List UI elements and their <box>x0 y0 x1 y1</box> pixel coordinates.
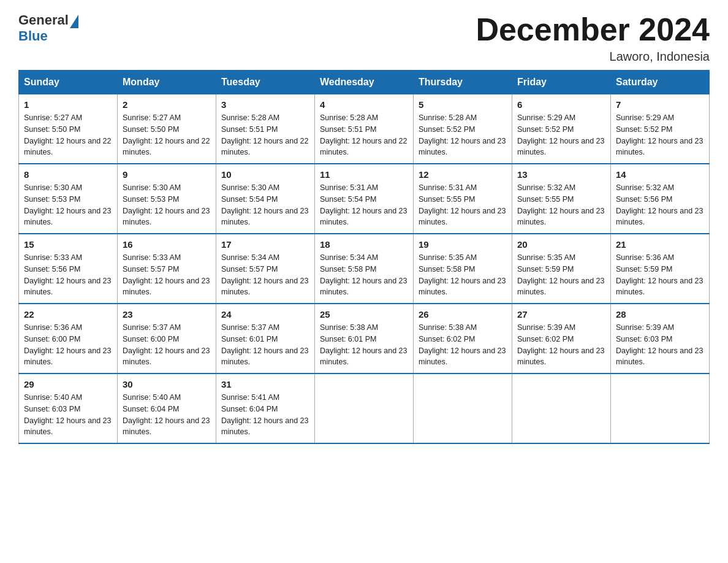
day-info: Sunrise: 5:40 AM Sunset: 6:03 PM Dayligh… <box>24 392 112 438</box>
day-number: 27 <box>517 309 605 320</box>
day-info: Sunrise: 5:30 AM Sunset: 5:53 PM Dayligh… <box>123 182 211 228</box>
header-friday: Friday <box>512 71 611 94</box>
page-header: General Blue December 2024 Laworo, Indon… <box>18 12 710 64</box>
calendar-cell: 11 Sunrise: 5:31 AM Sunset: 5:54 PM Dayl… <box>315 164 414 234</box>
day-number: 16 <box>123 239 211 250</box>
day-info: Sunrise: 5:39 AM Sunset: 6:02 PM Dayligh… <box>517 322 605 368</box>
day-info: Sunrise: 5:30 AM Sunset: 5:54 PM Dayligh… <box>221 182 309 228</box>
calendar-cell <box>611 373 710 443</box>
calendar-cell: 1 Sunrise: 5:27 AM Sunset: 5:50 PM Dayli… <box>19 94 118 164</box>
calendar-cell: 23 Sunrise: 5:37 AM Sunset: 6:00 PM Dayl… <box>118 304 216 373</box>
week-row-1: 1 Sunrise: 5:27 AM Sunset: 5:50 PM Dayli… <box>19 94 710 164</box>
day-number: 17 <box>221 239 309 250</box>
header-sunday: Sunday <box>19 71 118 94</box>
calendar-cell: 16 Sunrise: 5:33 AM Sunset: 5:57 PM Dayl… <box>118 234 216 304</box>
header-row: SundayMondayTuesdayWednesdayThursdayFrid… <box>19 71 710 94</box>
day-info: Sunrise: 5:41 AM Sunset: 6:04 PM Dayligh… <box>221 392 309 438</box>
header-saturday: Saturday <box>611 71 710 94</box>
day-info: Sunrise: 5:38 AM Sunset: 6:01 PM Dayligh… <box>320 322 408 368</box>
day-number: 8 <box>24 169 112 180</box>
header-tuesday: Tuesday <box>216 71 315 94</box>
day-number: 24 <box>221 309 309 320</box>
day-info: Sunrise: 5:30 AM Sunset: 5:53 PM Dayligh… <box>24 182 112 228</box>
day-info: Sunrise: 5:32 AM Sunset: 5:56 PM Dayligh… <box>616 182 704 228</box>
day-number: 19 <box>419 239 507 250</box>
calendar-cell: 31 Sunrise: 5:41 AM Sunset: 6:04 PM Dayl… <box>216 373 315 443</box>
calendar-cell: 9 Sunrise: 5:30 AM Sunset: 5:53 PM Dayli… <box>118 164 216 234</box>
day-number: 23 <box>123 309 211 320</box>
day-info: Sunrise: 5:33 AM Sunset: 5:56 PM Dayligh… <box>24 252 112 298</box>
day-info: Sunrise: 5:28 AM Sunset: 5:51 PM Dayligh… <box>221 112 309 158</box>
calendar-cell: 4 Sunrise: 5:28 AM Sunset: 5:51 PM Dayli… <box>315 94 414 164</box>
calendar-cell: 27 Sunrise: 5:39 AM Sunset: 6:02 PM Dayl… <box>512 304 611 373</box>
day-info: Sunrise: 5:31 AM Sunset: 5:54 PM Dayligh… <box>320 182 408 228</box>
calendar-table: SundayMondayTuesdayWednesdayThursdayFrid… <box>18 70 710 444</box>
header-monday: Monday <box>118 71 216 94</box>
day-info: Sunrise: 5:27 AM Sunset: 5:50 PM Dayligh… <box>24 112 112 158</box>
day-number: 1 <box>24 99 112 110</box>
calendar-cell: 13 Sunrise: 5:32 AM Sunset: 5:55 PM Dayl… <box>512 164 611 234</box>
day-info: Sunrise: 5:29 AM Sunset: 5:52 PM Dayligh… <box>517 112 605 158</box>
day-number: 13 <box>517 169 605 180</box>
day-number: 29 <box>24 379 112 389</box>
calendar-cell: 14 Sunrise: 5:32 AM Sunset: 5:56 PM Dayl… <box>611 164 710 234</box>
calendar-cell: 18 Sunrise: 5:34 AM Sunset: 5:58 PM Dayl… <box>315 234 414 304</box>
calendar-cell <box>512 373 611 443</box>
day-number: 14 <box>616 169 704 180</box>
day-number: 4 <box>320 99 408 110</box>
week-row-2: 8 Sunrise: 5:30 AM Sunset: 5:53 PM Dayli… <box>19 164 710 234</box>
day-info: Sunrise: 5:35 AM Sunset: 5:59 PM Dayligh… <box>517 252 605 298</box>
day-number: 6 <box>517 99 605 110</box>
day-info: Sunrise: 5:31 AM Sunset: 5:55 PM Dayligh… <box>419 182 507 228</box>
day-number: 11 <box>320 169 408 180</box>
logo-general-text: General <box>18 12 69 28</box>
day-number: 15 <box>24 239 112 250</box>
day-info: Sunrise: 5:35 AM Sunset: 5:58 PM Dayligh… <box>419 252 507 298</box>
calendar-cell: 7 Sunrise: 5:29 AM Sunset: 5:52 PM Dayli… <box>611 94 710 164</box>
calendar-cell: 24 Sunrise: 5:37 AM Sunset: 6:01 PM Dayl… <box>216 304 315 373</box>
day-info: Sunrise: 5:34 AM Sunset: 5:57 PM Dayligh… <box>221 252 309 298</box>
day-number: 2 <box>123 99 211 110</box>
logo: General Blue <box>18 12 78 44</box>
day-info: Sunrise: 5:38 AM Sunset: 6:02 PM Dayligh… <box>419 322 507 368</box>
day-number: 28 <box>616 309 704 320</box>
header-wednesday: Wednesday <box>315 71 414 94</box>
day-info: Sunrise: 5:29 AM Sunset: 5:52 PM Dayligh… <box>616 112 704 158</box>
day-number: 18 <box>320 239 408 250</box>
day-number: 7 <box>616 99 704 110</box>
calendar-cell: 19 Sunrise: 5:35 AM Sunset: 5:58 PM Dayl… <box>414 234 512 304</box>
day-number: 30 <box>123 379 211 389</box>
day-number: 5 <box>419 99 507 110</box>
calendar-cell: 26 Sunrise: 5:38 AM Sunset: 6:02 PM Dayl… <box>414 304 512 373</box>
calendar-cell: 12 Sunrise: 5:31 AM Sunset: 5:55 PM Dayl… <box>414 164 512 234</box>
day-info: Sunrise: 5:36 AM Sunset: 5:59 PM Dayligh… <box>616 252 704 298</box>
calendar-cell: 29 Sunrise: 5:40 AM Sunset: 6:03 PM Dayl… <box>19 373 118 443</box>
calendar-cell: 5 Sunrise: 5:28 AM Sunset: 5:52 PM Dayli… <box>414 94 512 164</box>
day-number: 31 <box>221 379 309 389</box>
day-number: 25 <box>320 309 408 320</box>
day-info: Sunrise: 5:40 AM Sunset: 6:04 PM Dayligh… <box>123 392 211 438</box>
logo-blue-text: Blue <box>18 28 48 44</box>
day-number: 21 <box>616 239 704 250</box>
day-number: 12 <box>419 169 507 180</box>
day-number: 9 <box>123 169 211 180</box>
day-number: 26 <box>419 309 507 320</box>
day-number: 20 <box>517 239 605 250</box>
day-info: Sunrise: 5:27 AM Sunset: 5:50 PM Dayligh… <box>123 112 211 158</box>
day-number: 22 <box>24 309 112 320</box>
day-number: 3 <box>221 99 309 110</box>
day-info: Sunrise: 5:37 AM Sunset: 6:00 PM Dayligh… <box>123 322 211 368</box>
location-label: Laworo, Indonesia <box>476 50 710 64</box>
day-info: Sunrise: 5:33 AM Sunset: 5:57 PM Dayligh… <box>123 252 211 298</box>
day-number: 10 <box>221 169 309 180</box>
day-info: Sunrise: 5:32 AM Sunset: 5:55 PM Dayligh… <box>517 182 605 228</box>
day-info: Sunrise: 5:36 AM Sunset: 6:00 PM Dayligh… <box>24 322 112 368</box>
day-info: Sunrise: 5:28 AM Sunset: 5:51 PM Dayligh… <box>320 112 408 158</box>
week-row-5: 29 Sunrise: 5:40 AM Sunset: 6:03 PM Dayl… <box>19 373 710 443</box>
month-title: December 2024 <box>476 12 710 47</box>
calendar-cell <box>414 373 512 443</box>
calendar-cell: 8 Sunrise: 5:30 AM Sunset: 5:53 PM Dayli… <box>19 164 118 234</box>
calendar-cell: 30 Sunrise: 5:40 AM Sunset: 6:04 PM Dayl… <box>118 373 216 443</box>
calendar-cell: 17 Sunrise: 5:34 AM Sunset: 5:57 PM Dayl… <box>216 234 315 304</box>
calendar-cell: 28 Sunrise: 5:39 AM Sunset: 6:03 PM Dayl… <box>611 304 710 373</box>
